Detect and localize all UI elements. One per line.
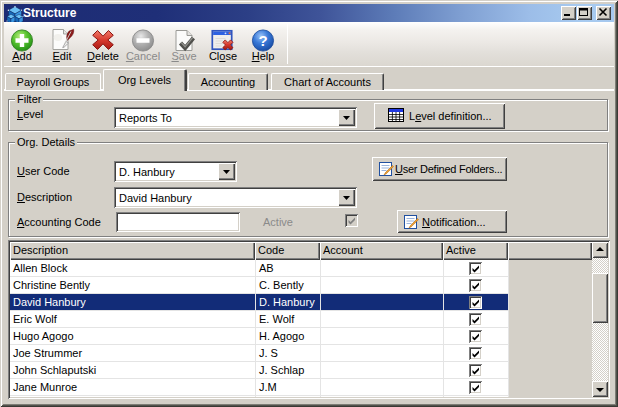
svg-text:?: ?	[258, 32, 267, 49]
